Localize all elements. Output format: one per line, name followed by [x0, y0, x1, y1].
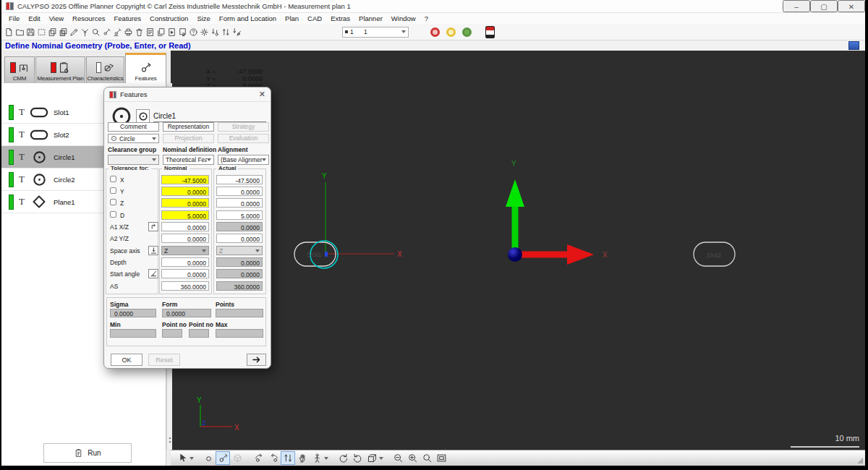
zoom-fit-button[interactable]: [434, 451, 448, 465]
feature-symbol-button[interactable]: [136, 109, 150, 123]
menu-resources[interactable]: Resources: [68, 14, 109, 22]
y-tolerance-checkbox[interactable]: [110, 187, 116, 194]
zoom-in-button[interactable]: [405, 451, 420, 465]
duplicate-button[interactable]: [58, 25, 69, 39]
alignment-dropdown[interactable]: (Base Alignment): [218, 155, 269, 165]
z-nominal-input[interactable]: 0.0000: [161, 198, 209, 208]
representation-button[interactable]: Representation: [163, 122, 214, 132]
resize-grip[interactable]: [857, 458, 863, 463]
run-program-button[interactable]: [166, 25, 177, 39]
menu-cad[interactable]: CAD: [303, 14, 326, 22]
cube-view-button[interactable]: [230, 451, 244, 465]
menu-size[interactable]: Size: [192, 14, 214, 22]
menu-plan[interactable]: Plan: [281, 14, 303, 22]
zoom-lens-button[interactable]: [420, 451, 434, 465]
view-box-button[interactable]: [365, 451, 379, 465]
a2-nominal-input[interactable]: 0.0000: [161, 234, 209, 243]
d-nominal-input[interactable]: 5.0000: [161, 210, 209, 220]
menu-features[interactable]: Features: [110, 14, 146, 22]
copy-button[interactable]: [47, 25, 58, 39]
rotate-cw-button[interactable]: [336, 451, 350, 465]
select-cursor-button[interactable]: [175, 451, 190, 465]
probe-measure-button[interactable]: [216, 451, 230, 465]
menu-form-and-location[interactable]: Form and Location: [215, 14, 281, 22]
x-tolerance-checkbox[interactable]: [110, 176, 116, 182]
run-button[interactable]: Run: [43, 443, 132, 463]
tab-characteristics[interactable]: Characteristics: [86, 56, 124, 83]
new-document-button[interactable]: [4, 25, 14, 39]
ok-button[interactable]: OK: [111, 354, 142, 366]
start-angle-button[interactable]: [148, 269, 158, 278]
next-button[interactable]: [247, 354, 266, 366]
search-button[interactable]: [90, 25, 101, 39]
tab-features[interactable]: Features: [125, 53, 166, 83]
depth-nominal-input[interactable]: 0.0000: [161, 257, 209, 267]
probe-manage-button[interactable]: [112, 25, 123, 39]
rotate-ccw-button[interactable]: [350, 451, 365, 465]
report-button[interactable]: [145, 25, 156, 39]
reset-button[interactable]: Reset: [148, 354, 180, 366]
x-nominal-input[interactable]: -47.5000: [161, 175, 209, 184]
probe-swap-button[interactable]: [221, 25, 231, 39]
orbit-right-button[interactable]: [266, 451, 281, 465]
probe-lower-button[interactable]: [210, 25, 221, 39]
maximize-button[interactable]: ▢: [810, 0, 838, 12]
space-axis-button[interactable]: [148, 246, 158, 255]
settings-button[interactable]: [199, 25, 210, 39]
feature-name-input[interactable]: [153, 110, 266, 122]
feature-type-dropdown[interactable]: Circle: [108, 134, 159, 143]
minimize-button[interactable]: –: [783, 0, 810, 12]
menu-construction[interactable]: Construction: [145, 14, 192, 22]
pattern-button[interactable]: [80, 25, 90, 39]
close-button[interactable]: ✕: [838, 0, 865, 12]
probe-qualify-button[interactable]: [101, 25, 112, 39]
point-button[interactable]: [201, 451, 216, 465]
help-button[interactable]: [188, 25, 199, 39]
open-button[interactable]: [14, 25, 25, 39]
strategy-button[interactable]: Strategy: [218, 122, 269, 132]
tab-measurement-plan[interactable]: Measurement Plan: [35, 56, 85, 83]
zoom-out-button[interactable]: [391, 451, 405, 465]
operator-button[interactable]: [310, 451, 324, 465]
menu-extras[interactable]: Extras: [326, 14, 354, 22]
dialog-title-bar[interactable]: Features ✕: [104, 87, 271, 102]
delete-button[interactable]: [134, 25, 145, 39]
chevron-down-icon[interactable]: [324, 457, 328, 460]
start-angle-nominal-input[interactable]: 0.0000: [161, 269, 209, 278]
d-tolerance-checkbox[interactable]: [110, 211, 116, 218]
comment-button[interactable]: Comment: [108, 122, 159, 132]
probe-change-button[interactable]: [231, 25, 242, 39]
z-tolerance-checkbox[interactable]: [110, 199, 116, 205]
report-copy-button[interactable]: [156, 25, 166, 39]
probe-selector-dropdown[interactable]: 1 1: [342, 27, 409, 38]
cad-viewport[interactable]: X =-47.5000 Y =0.0000 Z =0.0000 Y X Slot…: [171, 51, 865, 450]
pan-button[interactable]: [295, 451, 310, 465]
nominal-definition-dropdown[interactable]: Theoretical Featur: [163, 155, 214, 165]
approval-button[interactable]: [177, 25, 188, 39]
projection-button[interactable]: Projection: [163, 134, 214, 143]
chevron-down-icon[interactable]: [379, 457, 383, 460]
dialog-close-button[interactable]: ✕: [259, 90, 265, 99]
menu-planner[interactable]: Planner: [354, 14, 387, 22]
y-nominal-input[interactable]: 0.0000: [161, 187, 209, 196]
evaluation-button[interactable]: Evaluation: [218, 134, 269, 143]
space-axis-nominal-dropdown[interactable]: Z: [161, 246, 209, 255]
orbit-left-button[interactable]: [252, 451, 266, 465]
clearance-group-dropdown[interactable]: [108, 155, 159, 165]
menu-edit[interactable]: Edit: [24, 14, 44, 22]
print-button[interactable]: [123, 25, 134, 39]
probe-up-button[interactable]: [281, 451, 295, 465]
scrollbar-arrows-icon[interactable]: ▲▼: [167, 435, 173, 444]
select-region-button[interactable]: [36, 25, 47, 39]
a1-nominal-input[interactable]: 0.0000: [161, 222, 209, 231]
chevron-down-icon[interactable]: [190, 457, 194, 460]
a1-direction-button[interactable]: [148, 222, 158, 231]
save-button[interactable]: [25, 25, 36, 39]
menu-view[interactable]: View: [45, 14, 68, 22]
edit-brush-button[interactable]: [69, 25, 80, 39]
menu-help[interactable]: ?: [420, 14, 433, 22]
menu-window[interactable]: Window: [387, 14, 420, 22]
as-nominal-input[interactable]: 360.0000: [161, 281, 209, 291]
menu-file[interactable]: File: [4, 14, 24, 22]
tab-cmm[interactable]: CMM: [4, 56, 35, 83]
